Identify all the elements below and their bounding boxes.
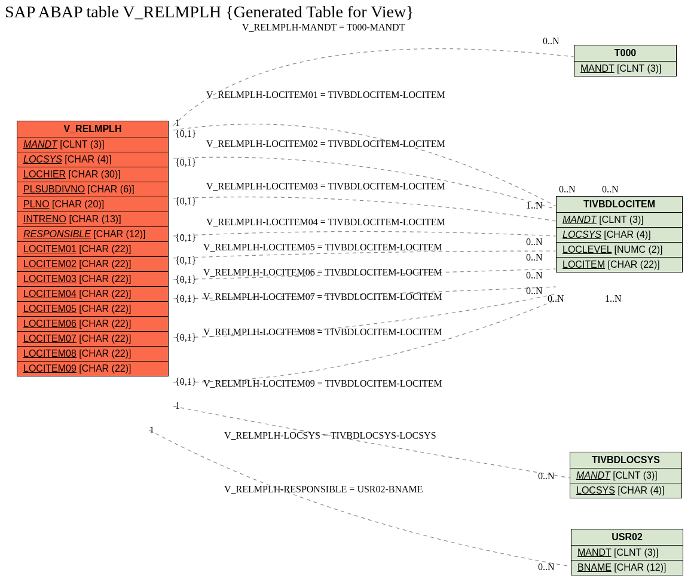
card: {0,1} [175, 332, 196, 343]
card: 0..N [526, 252, 543, 263]
card: 1..N [605, 293, 622, 304]
card: 0..N [602, 184, 619, 195]
field-row: MANDT [CLNT (3)] [570, 468, 681, 483]
rel-label: V_RELMPLH-LOCITEM05 = TIVBDLOCITEM-LOCIT… [203, 242, 442, 253]
card: {0,1} [175, 232, 196, 243]
field-row: PLNO [CHAR (20)] [17, 197, 168, 212]
field-row: LOCITEM08 [CHAR (22)] [17, 347, 168, 362]
card: {0,1} [175, 274, 196, 285]
field-row: LOCITEM04 [CHAR (22)] [17, 287, 168, 302]
entity-usr02: USR02 MANDT [CLNT (3)]BNAME [CHAR (12)] [571, 529, 683, 575]
card: 1 [149, 425, 154, 436]
card: 1..N [526, 200, 543, 211]
card: {0,1} [175, 376, 196, 387]
field-row: MANDT [CLNT (3)] [571, 546, 683, 561]
field-row: LOCITEM01 [CHAR (22)] [17, 242, 168, 257]
rel-label: V_RELMPLH-LOCITEM07 = TIVBDLOCITEM-LOCIT… [203, 292, 442, 302]
card: 0..N [559, 184, 576, 195]
rel-label: V_RELMPLH-LOCITEM06 = TIVBDLOCITEM-LOCIT… [203, 267, 442, 278]
field-row: BNAME [CHAR (12)] [571, 561, 683, 575]
card: {0,1} [175, 128, 196, 139]
field-row: MANDT [CLNT (3)] [17, 137, 168, 152]
card: 0..N [526, 286, 543, 296]
field-row: LOCSYS [CHAR (4)] [17, 152, 168, 167]
field-row: LOCITEM03 [CHAR (22)] [17, 272, 168, 287]
card: 0..N [538, 562, 555, 572]
entity-header: V_RELMPLH [17, 121, 168, 137]
rel-label: V_RELMPLH-LOCSYS = TIVBDLOCSYS-LOCSYS [224, 430, 436, 441]
field-row: LOCITEM09 [CHAR (22)] [17, 362, 168, 376]
field-row: MANDT [CLNT (3)] [557, 213, 682, 228]
card: 1 [175, 118, 180, 128]
field-row: LOCITEM [CHAR (22)] [557, 258, 682, 272]
rel-label: V_RELMPLH-MANDT = T000-MANDT [242, 22, 405, 33]
field-row: LOCSYS [CHAR (4)] [557, 228, 682, 243]
card: 0..N [543, 36, 560, 47]
entity-header: T000 [574, 45, 676, 62]
card: 0..N [538, 471, 555, 482]
card: {0,1} [175, 157, 196, 168]
entity-header: USR02 [571, 529, 683, 546]
rel-label: V_RELMPLH-LOCITEM08 = TIVBDLOCITEM-LOCIT… [203, 327, 442, 338]
card: {0,1} [175, 293, 196, 304]
entity-tivbdlocitem: TIVBDLOCITEM MANDT [CLNT (3)]LOCSYS [CHA… [556, 196, 683, 272]
rel-label: V_RELMPLH-LOCITEM02 = TIVBDLOCITEM-LOCIT… [206, 139, 445, 149]
page-title: SAP ABAP table V_RELMPLH {Generated Tabl… [0, 0, 700, 24]
card: 0..N [526, 270, 543, 281]
rel-label: V_RELMPLH-LOCITEM03 = TIVBDLOCITEM-LOCIT… [206, 181, 445, 192]
field-row: LOCHIER [CHAR (30)] [17, 167, 168, 182]
field-row: LOCLEVEL [NUMC (2)] [557, 243, 682, 258]
entity-v-relmplh: V_RELMPLH MANDT [CLNT (3)]LOCSYS [CHAR (… [17, 121, 169, 376]
entity-t000: T000 MANDT [CLNT (3)] [574, 45, 677, 76]
field-row: PLSUBDIVNO [CHAR (6)] [17, 182, 168, 197]
rel-label: V_RELMPLH-LOCITEM01 = TIVBDLOCITEM-LOCIT… [206, 90, 445, 100]
card: 0..N [548, 293, 564, 304]
field-row: INTRENO [CHAR (13)] [17, 212, 168, 227]
rel-label: V_RELMPLH-LOCITEM09 = TIVBDLOCITEM-LOCIT… [203, 378, 442, 389]
field-row: MANDT [CLNT (3)] [574, 62, 676, 76]
field-row: RESPONSIBLE [CHAR (12)] [17, 227, 168, 242]
card: 0..N [526, 237, 543, 247]
entity-header: TIVBDLOCSYS [570, 452, 681, 468]
entity-header: TIVBDLOCITEM [557, 197, 682, 213]
card: {0,1} [175, 255, 196, 266]
field-row: LOCSYS [CHAR (4)] [570, 483, 681, 498]
rel-label: V_RELMPLH-RESPONSIBLE = USR02-BNAME [224, 484, 423, 495]
field-row: LOCITEM07 [CHAR (22)] [17, 332, 168, 347]
field-row: LOCITEM02 [CHAR (22)] [17, 257, 168, 272]
rel-label: V_RELMPLH-LOCITEM04 = TIVBDLOCITEM-LOCIT… [206, 217, 445, 228]
card: 1 [175, 400, 180, 411]
entity-tivbdlocsys: TIVBDLOCSYS MANDT [CLNT (3)]LOCSYS [CHAR… [570, 452, 682, 498]
field-row: LOCITEM05 [CHAR (22)] [17, 302, 168, 317]
field-row: LOCITEM06 [CHAR (22)] [17, 317, 168, 332]
card: {0,1} [175, 196, 196, 207]
